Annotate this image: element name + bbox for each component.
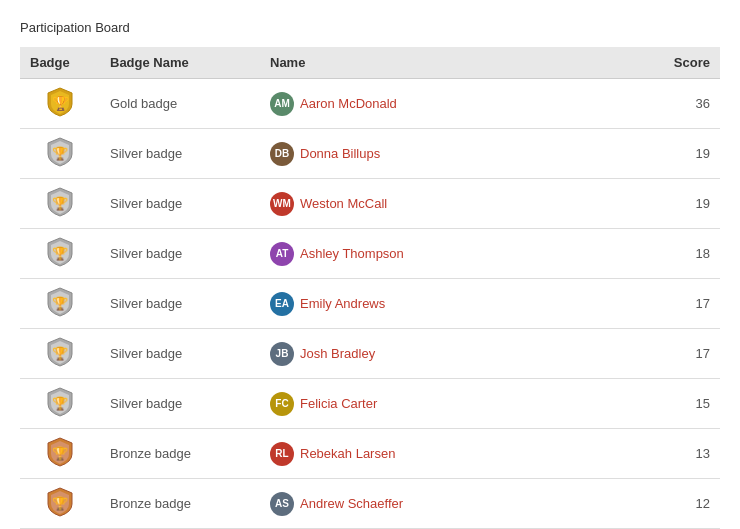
- name-link[interactable]: Josh Bradley: [300, 346, 375, 361]
- svg-text:🏆: 🏆: [52, 245, 69, 262]
- avatar: EA: [270, 292, 294, 316]
- badge-name-cell: Silver badge: [100, 279, 260, 329]
- badge-cell: 🏆: [20, 279, 100, 329]
- name-link[interactable]: Felicia Carter: [300, 396, 377, 411]
- score-cell: 13: [620, 429, 720, 479]
- svg-text:🏆: 🏆: [52, 495, 69, 512]
- name-link[interactable]: Emily Andrews: [300, 296, 385, 311]
- score-cell: 17: [620, 279, 720, 329]
- avatar: WM: [270, 192, 294, 216]
- avatar: JB: [270, 342, 294, 366]
- badge-cell: 🏆: [20, 379, 100, 429]
- table-row: 🏆 Silver badgeFCFelicia Carter15: [20, 379, 720, 429]
- page-title: Participation Board: [20, 20, 720, 35]
- table-row: 🏆 Bronze badgeRLRebekah Larsen13: [20, 429, 720, 479]
- badge-cell: 🏆: [20, 129, 100, 179]
- name-column-header: Name: [260, 47, 620, 79]
- table-row: 🏆 Silver badgeDBDonna Billups19: [20, 129, 720, 179]
- score-cell: 18: [620, 229, 720, 279]
- participation-table: Badge Badge Name Name Score 🏆 Gold badge…: [20, 47, 720, 529]
- score-cell: 36: [620, 79, 720, 129]
- name-cell: EAEmily Andrews: [260, 279, 620, 329]
- badge-cell: 🏆: [20, 79, 100, 129]
- score-column-header: Score: [620, 47, 720, 79]
- svg-text:🏆: 🏆: [52, 445, 69, 462]
- svg-text:🏆: 🏆: [52, 345, 69, 362]
- score-cell: 19: [620, 179, 720, 229]
- badge-cell: 🏆: [20, 179, 100, 229]
- name-link[interactable]: Aaron McDonald: [300, 96, 397, 111]
- name-cell: ATAshley Thompson: [260, 229, 620, 279]
- svg-text:🏆: 🏆: [52, 145, 69, 162]
- badge-name-cell: Silver badge: [100, 179, 260, 229]
- name-link[interactable]: Ashley Thompson: [300, 246, 404, 261]
- name-link[interactable]: Rebekah Larsen: [300, 446, 395, 461]
- score-cell: 19: [620, 129, 720, 179]
- name-link[interactable]: Donna Billups: [300, 146, 380, 161]
- badge-name-cell: Gold badge: [100, 79, 260, 129]
- badge-name-cell: Silver badge: [100, 379, 260, 429]
- table-row: 🏆 Bronze badgeASAndrew Schaeffer12: [20, 479, 720, 529]
- table-row: 🏆 Silver badgeEAEmily Andrews17: [20, 279, 720, 329]
- name-link[interactable]: Weston McCall: [300, 196, 387, 211]
- name-cell: FCFelicia Carter: [260, 379, 620, 429]
- name-cell: RLRebekah Larsen: [260, 429, 620, 479]
- table-row: 🏆 Silver badgeATAshley Thompson18: [20, 229, 720, 279]
- avatar: AS: [270, 492, 294, 516]
- name-link[interactable]: Andrew Schaeffer: [300, 496, 403, 511]
- name-cell: AMAaron McDonald: [260, 79, 620, 129]
- badge-name-cell: Bronze badge: [100, 429, 260, 479]
- badge-cell: 🏆: [20, 229, 100, 279]
- name-cell: WMWeston McCall: [260, 179, 620, 229]
- table-row: 🏆 Gold badgeAMAaron McDonald36: [20, 79, 720, 129]
- badge-name-cell: Silver badge: [100, 129, 260, 179]
- svg-text:🏆: 🏆: [52, 195, 69, 212]
- badge-cell: 🏆: [20, 329, 100, 379]
- avatar: DB: [270, 142, 294, 166]
- name-cell: JBJosh Bradley: [260, 329, 620, 379]
- badge-name-cell: Silver badge: [100, 229, 260, 279]
- svg-text:🏆: 🏆: [52, 395, 69, 412]
- score-cell: 12: [620, 479, 720, 529]
- badge-cell: 🏆: [20, 429, 100, 479]
- badge-column-header: Badge: [20, 47, 100, 79]
- name-cell: DBDonna Billups: [260, 129, 620, 179]
- avatar: AT: [270, 242, 294, 266]
- badge-name-cell: Bronze badge: [100, 479, 260, 529]
- avatar: AM: [270, 92, 294, 116]
- svg-text:🏆: 🏆: [52, 95, 70, 112]
- score-cell: 17: [620, 329, 720, 379]
- avatar: FC: [270, 392, 294, 416]
- avatar: RL: [270, 442, 294, 466]
- table-row: 🏆 Silver badgeWMWeston McCall19: [20, 179, 720, 229]
- badge-name-cell: Silver badge: [100, 329, 260, 379]
- badge-name-column-header: Badge Name: [100, 47, 260, 79]
- table-row: 🏆 Silver badgeJBJosh Bradley17: [20, 329, 720, 379]
- score-cell: 15: [620, 379, 720, 429]
- badge-cell: 🏆: [20, 479, 100, 529]
- svg-text:🏆: 🏆: [52, 295, 69, 312]
- name-cell: ASAndrew Schaeffer: [260, 479, 620, 529]
